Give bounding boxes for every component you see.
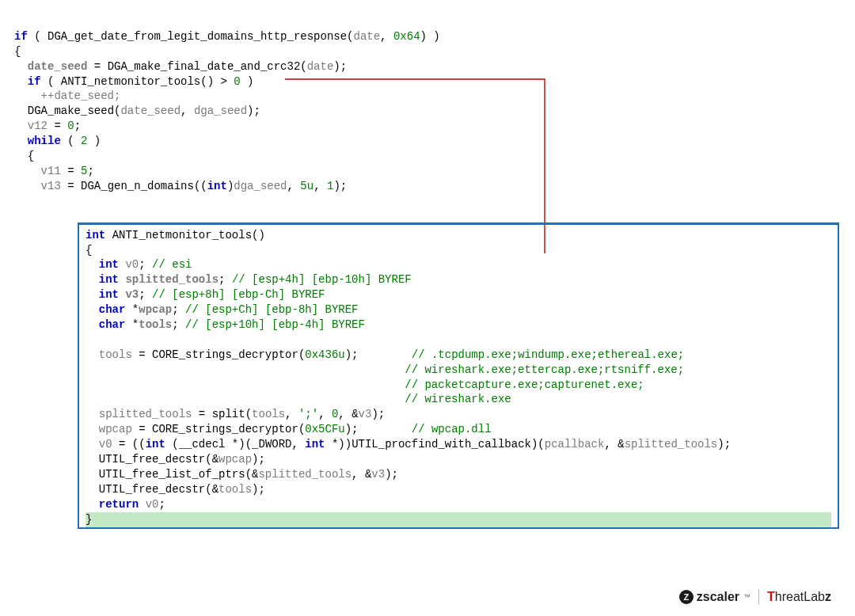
page-root: { "top_code": { "l1": {"kw":"if","fn":"D…: [0, 0, 855, 616]
threatlabz-logo: ThreatLabz: [767, 590, 831, 604]
function-box: int ANTI_netmonitor_tools() { int v0; //…: [78, 222, 839, 529]
footer-divider: [758, 589, 759, 605]
box-code-block: int ANTI_netmonitor_tools() { int v0; //…: [86, 228, 831, 527]
top-code-block: if ( DGA_get_date_from_legit_domains_htt…: [14, 14, 841, 194]
zscaler-logo: Z zscaler™: [679, 590, 750, 604]
footer-branding: Z zscaler™ ThreatLabz: [679, 589, 831, 605]
function-box-wrap: int ANTI_netmonitor_tools() { int v0; //…: [78, 222, 841, 529]
zscaler-icon: Z: [679, 590, 694, 604]
zscaler-text: zscaler: [697, 590, 739, 604]
